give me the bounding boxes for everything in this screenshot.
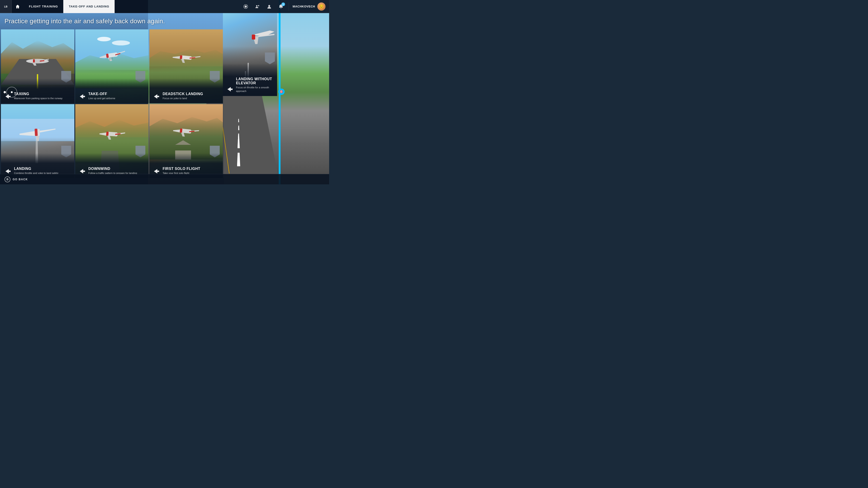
page-subtitle: Practice getting into the air and safely… — [0, 18, 224, 29]
community-button[interactable] — [253, 2, 261, 11]
bottom-bar: B GO BACK — [0, 174, 329, 184]
header: LB FLIGHT TRAINING TAKE-OFF AND LANDING — [0, 0, 329, 13]
card-text-landing-without-elevator: LANDING WITHOUT ELEVATOR Focus on thrott… — [236, 77, 274, 93]
nav-tabs: FLIGHT TRAINING TAKE-OFF AND LANDING — [24, 0, 115, 13]
card-desc-landing-without-elevator: Focus on throttle for a smooth approach — [236, 86, 274, 93]
main-content: Practice getting into the air and safely… — [0, 13, 224, 184]
go-back-label: GO BACK — [13, 178, 28, 181]
card-title-landing-without-elevator: LANDING WITHOUT ELEVATOR — [236, 77, 274, 85]
arrow-icon-downwind — [79, 168, 86, 175]
card-title-takeoff: TAKE-OFF — [88, 92, 146, 96]
profile-button[interactable] — [265, 2, 273, 11]
user-avatar: 😊 — [317, 2, 326, 11]
lessons-grid: TAXIING Maneuver from parking space to t… — [0, 29, 224, 178]
home-button[interactable] — [12, 0, 24, 13]
svg-rect-17 — [106, 132, 108, 136]
card-text-downwind: DOWNWIND Follow a traffic pattern to pre… — [88, 167, 146, 175]
b-key-label: B — [6, 178, 8, 181]
plane-taxiing — [20, 50, 56, 71]
card-text-landing: LANDING Combine throttle and yoke to lan… — [14, 167, 71, 175]
username: MACHKOVECH — [292, 5, 315, 8]
lesson-card-downwind[interactable]: DOWNWIND Follow a traffic pattern to pre… — [75, 104, 149, 178]
arrow-icon-landing-without-elevator — [226, 86, 233, 93]
card-overlay-landing-without-elevator: LANDING WITHOUT ELEVATOR Focus on thrott… — [223, 64, 277, 96]
card-arrow-deadstick — [153, 93, 160, 100]
dot-1 — [4, 91, 6, 93]
lesson-card-landing[interactable]: LANDING Combine throttle and yoke to lan… — [1, 104, 74, 178]
card-overlay-deadstick: DEADSTICK LANDING Focus on yoke to land — [149, 78, 223, 103]
r-badge: 🎯 — [278, 89, 285, 95]
svg-rect-13 — [180, 55, 182, 59]
card-title-deadstick: DEADSTICK LANDING — [162, 92, 220, 96]
card-arrow-landing-without-elevator — [226, 86, 233, 93]
notifications-button[interactable]: 1 — [277, 2, 285, 11]
card-arrow-takeoff — [79, 93, 86, 100]
card-desc-takeoff: Line up and get airborne — [88, 97, 146, 100]
achievements-button[interactable] — [242, 2, 250, 11]
card-overlay-takeoff: TAKE-OFF Line up and get airborne — [75, 78, 149, 103]
community-icon — [255, 4, 260, 9]
plane-downwind — [93, 122, 131, 146]
header-icons: 1 — [242, 2, 289, 11]
b-key-badge: B — [4, 176, 10, 182]
lesson-card-landing-without-elevator[interactable]: LANDING WITHOUT ELEVATOR Focus on thrott… — [223, 13, 277, 96]
card-title-firstsolo: FIRST SOLO FLIGHT — [162, 167, 220, 171]
tab-flight-training[interactable]: FLIGHT TRAINING — [24, 0, 63, 13]
card-title-downwind: DOWNWIND — [88, 167, 146, 171]
circle-dot — [11, 91, 13, 93]
arrow-icon-firstsolo — [153, 168, 160, 175]
profile-icon — [267, 4, 272, 9]
plane-firstsolo — [167, 119, 205, 143]
logo: LB — [0, 0, 12, 13]
plane-landing — [14, 119, 61, 147]
notification-count: 1 — [281, 2, 285, 6]
card-title-taxiing: TAXIING — [14, 92, 71, 96]
card-desc-taxiing: Maneuver from parking space to the runwa… — [14, 97, 71, 100]
home-icon — [16, 4, 20, 9]
svg-point-2 — [256, 5, 257, 6]
arrow-icon-takeoff — [79, 93, 86, 100]
plane-deadstick — [167, 45, 205, 70]
svg-rect-19 — [180, 129, 182, 133]
card-text-taxiing: TAXIING Maneuver from parking space to t… — [14, 92, 71, 100]
card-text-takeoff: TAKE-OFF Line up and get airborne — [88, 92, 146, 100]
lesson-card-firstsolo[interactable]: FIRST SOLO FLIGHT Take your first solo f… — [149, 104, 223, 178]
logo-text: LB — [4, 5, 7, 8]
lesson-card-deadstick[interactable]: DEADSTICK LANDING Focus on yoke to land — [149, 29, 223, 103]
arrow-icon-deadstick — [153, 93, 160, 100]
svg-point-4 — [268, 5, 270, 7]
svg-rect-15 — [35, 129, 38, 136]
circle-indicator — [6, 87, 17, 98]
achievements-icon — [243, 4, 248, 9]
card-text-firstsolo: FIRST SOLO FLIGHT Take your first solo f… — [162, 167, 220, 175]
go-back-button[interactable]: B GO BACK — [4, 176, 28, 182]
card-title-landing: LANDING — [14, 167, 71, 171]
tab-takeoff-landing[interactable]: TAKE-OFF AND LANDING — [63, 0, 115, 13]
card-desc-deadstick: Focus on yoke to land — [162, 97, 220, 100]
svg-point-3 — [258, 5, 259, 6]
arrow-icon-landing — [4, 168, 11, 175]
user-section: MACHKOVECH 😊 — [289, 2, 329, 11]
svg-point-1 — [245, 5, 247, 8]
lesson-card-takeoff[interactable]: TAKE-OFF Line up and get airborne — [75, 29, 149, 103]
svg-rect-20 — [252, 35, 255, 39]
dot-indicator — [4, 91, 6, 93]
card-text-deadstick: DEADSTICK LANDING Focus on yoke to land — [162, 92, 220, 100]
svg-rect-7 — [33, 59, 35, 63]
